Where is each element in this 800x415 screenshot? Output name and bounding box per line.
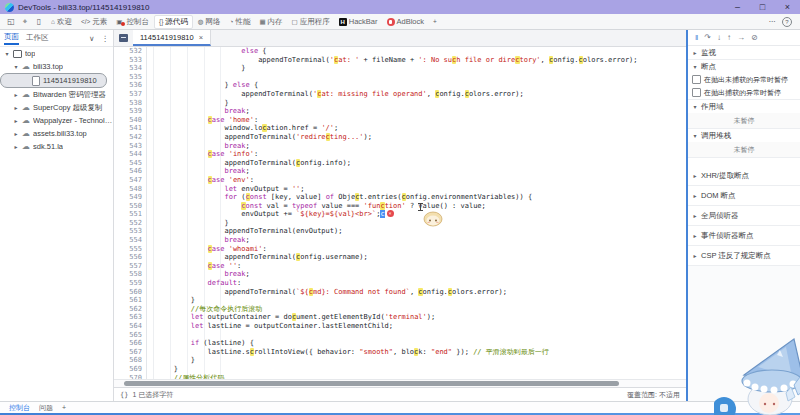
line-number[interactable]: 557 [114, 262, 147, 271]
breakpoint-gutter[interactable] [147, 202, 154, 211]
step-over-icon[interactable]: ↷ [704, 33, 711, 42]
code-text[interactable]: if (lastLine) { [154, 339, 254, 348]
breakpoint-gutter[interactable] [147, 73, 154, 82]
code-text[interactable]: appendToTerminal('cat: missing file oper… [154, 90, 524, 99]
add-drawer-tab-icon[interactable]: + [62, 404, 66, 411]
code-text[interactable]: } [154, 296, 195, 305]
sidebar-item-sdk.51.la[interactable]: ▸☁sdk.51.la [0, 140, 113, 153]
breakpoint-gutter[interactable] [147, 159, 154, 168]
line-number[interactable]: 547 [114, 176, 147, 185]
sidebar-item-supercopy-[interactable]: ▸☁SuperCopy 超级复制 [0, 101, 113, 114]
breakpoint-gutter[interactable] [147, 356, 154, 365]
maximize-button[interactable]: □ [750, 0, 775, 14]
code-text[interactable] [154, 73, 157, 82]
section-header[interactable]: ▾断点 [688, 60, 800, 73]
inspect-icon[interactable]: ⌖ [18, 17, 32, 27]
code-text[interactable]: //每次命令执行后滚动 [154, 305, 262, 314]
breakpoint-gutter[interactable] [147, 90, 154, 99]
code-text[interactable]: case 'info': [154, 150, 258, 159]
breakpoint-gutter[interactable] [147, 116, 154, 125]
line-number[interactable]: 539 [114, 107, 147, 116]
pretty-print-icon[interactable]: {} [120, 391, 128, 399]
deactivate-breakpoints-icon[interactable]: ⊘ [751, 33, 758, 42]
tab-console[interactable]: ▣控制台 [112, 16, 153, 28]
line-number[interactable]: 551 [114, 210, 147, 219]
code-text[interactable]: break; [154, 107, 250, 116]
line-number[interactable]: 546 [114, 167, 147, 176]
code-text[interactable]: appendToTerminal(config.info); [154, 159, 351, 168]
code-text[interactable]: case 'whoami': [154, 245, 267, 254]
code-text[interactable]: let lastLine = outputContainer.lastEleme… [154, 322, 393, 331]
tab-application[interactable]: ▢应用程序 [288, 16, 334, 28]
tab-performance[interactable]: ◔性能 [226, 16, 255, 28]
section-header[interactable]: ▸CSP 违反了规定断点 [688, 246, 800, 265]
line-number[interactable]: 549 [114, 193, 147, 202]
breakpoint-gutter[interactable] [147, 107, 154, 116]
close-button[interactable]: × [775, 0, 800, 14]
line-number[interactable]: 562 [114, 305, 147, 314]
line-number[interactable]: 553 [114, 227, 147, 236]
line-number[interactable]: 568 [114, 356, 147, 365]
tab-hackbar[interactable]: HHackBar [335, 16, 382, 27]
line-number[interactable]: 543 [114, 142, 147, 151]
code-text[interactable]: let envOutput = ''; [154, 185, 305, 194]
code-editor[interactable]: 532 else {533 appendToTerminal('cat: ' +… [114, 47, 686, 379]
triangle-right-icon[interactable]: ▸ [692, 49, 698, 56]
tab-memory[interactable]: ▦内存 [255, 16, 286, 28]
breakpoint-gutter[interactable] [147, 185, 154, 194]
code-text[interactable]: appendToTerminal(config.username); [154, 253, 368, 262]
breakpoint-gutter[interactable] [147, 81, 154, 90]
line-number[interactable]: 534 [114, 64, 147, 73]
code-text[interactable]: default: [154, 279, 241, 288]
sidebar-item-1145141919810[interactable]: 1145141919810 [0, 73, 107, 88]
breakpoint-gutter[interactable] [147, 124, 154, 133]
line-number[interactable]: 535 [114, 73, 147, 82]
help-icon[interactable]: ? [782, 17, 792, 27]
code-text[interactable]: appendToTerminal('cat: ' + fileName + ':… [154, 56, 638, 65]
tab-welcome[interactable]: ⌂欢迎 [47, 16, 76, 28]
triangle-down-icon[interactable]: ▾ [692, 63, 698, 70]
section-header[interactable]: ▸事件侦听器断点 [688, 226, 800, 245]
line-number[interactable]: 532 [114, 47, 147, 56]
tree-arrow-icon[interactable]: ▸ [13, 130, 19, 137]
breakpoint-gutter[interactable] [147, 176, 154, 185]
line-number[interactable]: 537 [114, 90, 147, 99]
code-text[interactable]: window.location.href = '/'; [154, 124, 338, 133]
breakpoint-gutter[interactable] [147, 47, 154, 56]
code-text[interactable]: appendToTerminal(envOutput); [154, 227, 342, 236]
line-number[interactable]: 545 [114, 159, 147, 168]
exception-checkbox-row[interactable]: 在抛出捕获的异常时暂停 [688, 86, 800, 99]
breakpoint-gutter[interactable] [147, 288, 154, 297]
checkbox[interactable] [692, 75, 701, 84]
step-icon[interactable]: → [737, 33, 745, 42]
breakpoint-gutter[interactable] [147, 262, 154, 271]
breakpoint-gutter[interactable] [147, 322, 154, 331]
code-text[interactable]: envOutput += `${key}=${val}<br>`;c× [154, 210, 394, 219]
breakpoint-gutter[interactable] [147, 313, 154, 322]
triangle-down-icon[interactable]: ▾ [692, 132, 698, 139]
horizontal-scrollbar-thumb[interactable] [124, 381, 619, 386]
code-text[interactable]: break; [154, 236, 250, 245]
code-text[interactable]: } [154, 219, 229, 228]
dock-side-icon[interactable]: ◱ [4, 17, 18, 27]
breakpoint-gutter[interactable] [147, 339, 154, 348]
breakpoint-gutter[interactable] [147, 142, 154, 151]
line-number[interactable]: 536 [114, 81, 147, 90]
line-number[interactable]: 569 [114, 365, 147, 374]
code-text[interactable]: break; [154, 167, 250, 176]
breakpoint-gutter[interactable] [147, 270, 154, 279]
line-number[interactable]: 565 [114, 331, 147, 340]
step-out-icon[interactable]: ↑ [727, 33, 731, 42]
step-into-icon[interactable]: ↓ [717, 33, 721, 42]
tab-elements[interactable]: </>元素 [77, 16, 111, 28]
tab-sources[interactable]: {}源代码 [154, 15, 193, 29]
code-text[interactable]: break; [154, 270, 250, 279]
tab-workspace[interactable]: 工作区 [26, 33, 49, 43]
breakpoint-gutter[interactable] [147, 64, 154, 73]
line-number[interactable]: 540 [114, 116, 147, 125]
device-emulation-icon[interactable]: ▯ [32, 17, 46, 27]
tree-arrow-icon[interactable]: ▸ [13, 91, 19, 98]
line-number[interactable]: 542 [114, 133, 147, 142]
breakpoint-gutter[interactable] [147, 167, 154, 176]
code-text[interactable]: for (const [key, value] of Object.entrie… [154, 193, 532, 202]
